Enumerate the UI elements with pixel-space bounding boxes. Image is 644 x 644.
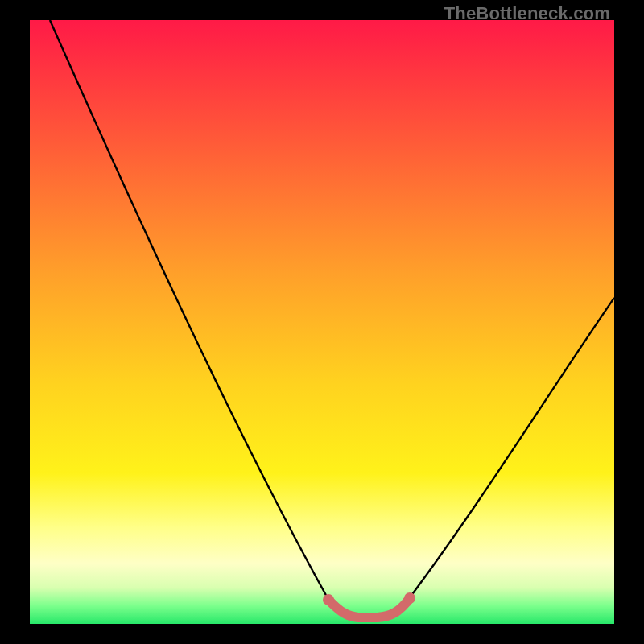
bottleneck-curve <box>50 20 614 618</box>
bottom-flat-accent <box>328 598 410 617</box>
curve-svg <box>30 20 614 624</box>
accent-endpoint-left <box>323 594 334 605</box>
plot-area <box>30 20 614 624</box>
chart-frame: TheBottleneck.com <box>0 0 644 644</box>
accent-endpoint-right <box>404 592 415 604</box>
